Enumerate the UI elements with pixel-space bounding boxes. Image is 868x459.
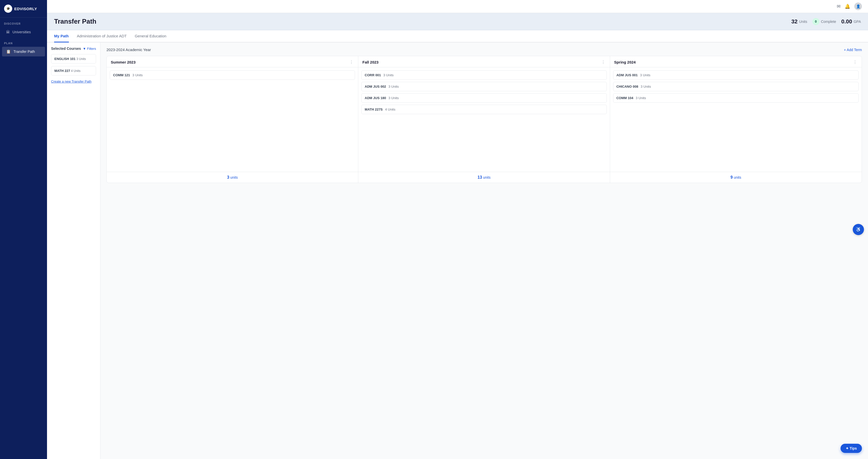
term-fall-2023: Fall 2023 ⋮ CORR 001 3 Units ADM JUS 002… bbox=[358, 56, 610, 183]
terms-grid: Summer 2023 ⋮ COMM 121 3 Units 3 units bbox=[106, 56, 862, 183]
term-menu-icon-spring[interactable]: ⋮ bbox=[853, 60, 858, 65]
course-name: ADM JUS 002 bbox=[365, 85, 386, 88]
term-spring-2024: Spring 2024 ⋮ ADM JUS 001 3 Units CHICAN… bbox=[610, 56, 862, 183]
filter-label: Filters bbox=[87, 47, 96, 51]
course-comm121[interactable]: COMM 121 3 Units bbox=[110, 70, 355, 80]
sidebar-logo: 🎓 EDVISORLY bbox=[0, 0, 47, 18]
term-name-spring: Spring 2024 bbox=[614, 60, 636, 64]
avatar[interactable]: 👤 bbox=[854, 3, 862, 10]
filters-button[interactable]: ▼ Filters bbox=[83, 47, 96, 51]
sidebar: 🎓 EDVISORLY DISCOVER 🏛 Universities PLAN… bbox=[0, 0, 47, 459]
discover-section-label: DISCOVER bbox=[0, 18, 47, 27]
term-units-fall: 13 units bbox=[477, 175, 490, 179]
selected-course-math227[interactable]: MATH 227 4 Units bbox=[51, 66, 96, 75]
term-summer-2023: Summer 2023 ⋮ COMM 121 3 Units 3 units bbox=[107, 56, 358, 183]
course-name: CORR 001 bbox=[365, 73, 381, 77]
academic-year-header: 2023-2024 Academic Year + Add Term bbox=[106, 48, 862, 52]
logo-icon: 🎓 bbox=[4, 5, 12, 13]
universities-icon: 🏛 bbox=[6, 30, 10, 34]
accessibility-icon: ♿ bbox=[856, 227, 861, 232]
tips-button[interactable]: ✦ Tips bbox=[841, 444, 862, 453]
sidebar-item-transfer-path-label: Transfer Path bbox=[13, 50, 35, 54]
tab-aoj-adt[interactable]: Administration of Justice ADT bbox=[77, 30, 127, 42]
course-units: 3 Units bbox=[389, 85, 399, 88]
add-term-button[interactable]: + Add Term bbox=[844, 48, 862, 52]
course-units: 4 Units bbox=[71, 69, 81, 73]
gpa-label: GPA bbox=[854, 20, 861, 24]
plan-section-label: PLAN bbox=[0, 37, 47, 46]
sidebar-item-transfer-path[interactable]: 📋 Transfer Path bbox=[2, 47, 45, 56]
logo-text: EDVISORLY bbox=[14, 7, 37, 11]
course-admjus001[interactable]: ADM JUS 001 3 Units bbox=[613, 70, 859, 80]
selected-courses-panel: Selected Courses ▼ Filters ENGLISH 101 3… bbox=[47, 42, 100, 459]
course-chicano008[interactable]: CHICANO 008 3 Units bbox=[613, 82, 859, 91]
term-units-summer: 3 units bbox=[227, 175, 238, 179]
inbox-icon[interactable]: ✉ bbox=[837, 4, 841, 9]
term-name-summer: Summer 2023 bbox=[111, 60, 136, 64]
planner-area: 2023-2024 Academic Year + Add Term Summe… bbox=[100, 42, 868, 459]
course-math227s[interactable]: MATH 227S 4 Units bbox=[361, 105, 607, 114]
units-count: 32 bbox=[791, 18, 797, 25]
term-courses-summer: COMM 121 3 Units bbox=[107, 67, 358, 172]
term-header-fall: Fall 2023 ⋮ bbox=[358, 56, 610, 67]
course-units: 3 Units bbox=[76, 57, 86, 61]
course-units: 3 Units bbox=[389, 96, 399, 100]
gpa-stat: 0.00 GPA bbox=[841, 18, 861, 25]
complete-stat: 0 Complete bbox=[812, 18, 836, 25]
course-units: 3 Units bbox=[640, 73, 650, 77]
term-courses-spring: ADM JUS 001 3 Units CHICANO 008 3 Units … bbox=[610, 67, 862, 172]
course-units: 3 Units bbox=[641, 85, 651, 88]
tips-label: ✦ Tips bbox=[846, 446, 857, 450]
term-footer-fall: 13 units bbox=[358, 172, 610, 183]
content-area: Selected Courses ▼ Filters ENGLISH 101 3… bbox=[47, 42, 868, 459]
units-stat: 32 Units bbox=[791, 18, 807, 25]
term-units-spring: 9 units bbox=[731, 175, 741, 179]
bell-icon[interactable]: 🔔 bbox=[845, 4, 850, 9]
term-header-spring: Spring 2024 ⋮ bbox=[610, 56, 862, 67]
course-units: 3 Units bbox=[383, 73, 394, 77]
topbar: ✉ 🔔 👤 bbox=[47, 0, 868, 13]
sidebar-item-universities[interactable]: 🏛 Universities bbox=[2, 27, 45, 37]
tabs-bar: My Path Administration of Justice ADT Ge… bbox=[47, 30, 868, 42]
course-units: 3 Units bbox=[132, 73, 143, 77]
avatar-icon: 👤 bbox=[856, 4, 860, 8]
page-title: Transfer Path bbox=[54, 18, 96, 25]
academic-year-title: 2023-2024 Academic Year bbox=[106, 48, 151, 52]
main-content: ✉ 🔔 👤 Transfer Path 32 Units 0 Complete … bbox=[47, 0, 868, 459]
add-term-label: + Add Term bbox=[844, 48, 862, 52]
header-stats: 32 Units 0 Complete 0.00 GPA bbox=[791, 18, 861, 25]
course-name: COMM 104 bbox=[616, 96, 633, 100]
term-name-fall: Fall 2023 bbox=[362, 60, 378, 64]
term-header-summer: Summer 2023 ⋮ bbox=[107, 56, 358, 67]
course-corr001[interactable]: CORR 001 3 Units bbox=[361, 70, 607, 80]
course-name: ADM JUS 180 bbox=[365, 96, 386, 100]
page-header: Transfer Path 32 Units 0 Complete 0.00 G… bbox=[47, 13, 868, 30]
course-units: 4 Units bbox=[385, 108, 395, 111]
accessibility-button[interactable]: ♿ bbox=[853, 224, 864, 235]
term-footer-summer: 3 units bbox=[107, 172, 358, 183]
course-name: ENGLISH 101 bbox=[54, 57, 75, 61]
complete-label: Complete bbox=[821, 20, 836, 24]
sidebar-item-universities-label: Universities bbox=[12, 30, 31, 34]
course-admjus180[interactable]: ADM JUS 180 3 Units bbox=[361, 93, 607, 103]
course-name: MATH 227S bbox=[365, 108, 383, 111]
course-admjus002[interactable]: ADM JUS 002 3 Units bbox=[361, 82, 607, 91]
gpa-value: 0.00 bbox=[841, 18, 852, 25]
course-name: MATH 227 bbox=[54, 69, 70, 73]
course-units: 3 Units bbox=[636, 96, 646, 100]
transfer-path-icon: 📋 bbox=[6, 49, 11, 54]
panel-header: Selected Courses ▼ Filters bbox=[51, 47, 96, 51]
term-courses-fall: CORR 001 3 Units ADM JUS 002 3 Units ADM… bbox=[358, 67, 610, 172]
course-name: ADM JUS 001 bbox=[616, 73, 638, 77]
term-menu-icon-summer[interactable]: ⋮ bbox=[349, 60, 354, 65]
tab-gen-ed[interactable]: General Education bbox=[135, 30, 166, 42]
term-menu-icon-fall[interactable]: ⋮ bbox=[601, 60, 606, 65]
panel-title: Selected Courses bbox=[51, 47, 81, 51]
course-comm104[interactable]: COMM 104 3 Units bbox=[613, 93, 859, 103]
complete-badge: 0 bbox=[812, 18, 819, 25]
selected-course-english101[interactable]: ENGLISH 101 3 Units bbox=[51, 54, 96, 64]
units-label: Units bbox=[799, 20, 807, 24]
tab-my-path[interactable]: My Path bbox=[54, 30, 69, 42]
create-transfer-path-link[interactable]: Create a new Transfer Path bbox=[51, 80, 96, 83]
course-name: CHICANO 008 bbox=[616, 85, 638, 88]
